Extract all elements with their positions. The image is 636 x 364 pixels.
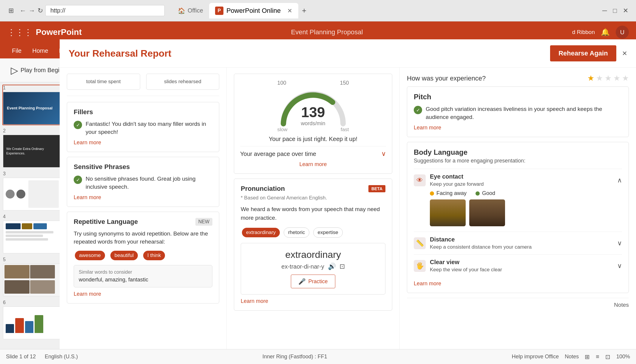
green-dot (476, 191, 480, 196)
distance-title: Distance (430, 236, 532, 243)
slide-img-4 (3, 221, 61, 253)
sensitive-check-row: ✓ No sensitive phrases found. Great job … (74, 175, 212, 191)
rehearse-again-btn[interactable]: Rehearse Again (550, 45, 616, 61)
app-menu-icon[interactable]: ⋮⋮⋮ (7, 27, 32, 37)
caption-icon[interactable]: ⊡ (339, 263, 345, 270)
left-column: total time spent slides rehearsed Filler… (60, 68, 227, 349)
eye-contact-chevron[interactable]: ∧ (617, 176, 622, 184)
practice-btn[interactable]: 🎤 Practice (291, 275, 335, 288)
pron-word-rhetoric[interactable]: rhetoric (284, 227, 310, 238)
ribbon-toggle[interactable]: d Ribbon (572, 29, 595, 35)
pitch-learn-more[interactable]: Learn more (414, 125, 622, 131)
browser-refresh[interactable]: ↻ (38, 7, 43, 15)
browser-forward[interactable]: → (29, 7, 35, 15)
slides-rehearsed-label: slides rehearsed (152, 79, 213, 85)
good-photo (469, 199, 505, 226)
clear-view-chevron[interactable]: ∨ (617, 262, 622, 270)
fillers-learn-more[interactable]: Learn more (74, 140, 212, 146)
pron-header: Pronunciation BETA (241, 185, 385, 193)
repetitive-learn-more[interactable]: Learn more (74, 291, 212, 297)
distance-item: 📏 Distance Keep a consistent distance fr… (414, 232, 622, 254)
distance-header[interactable]: 📏 Distance Keep a consistent distance fr… (414, 236, 622, 250)
pron-word-extraordinary[interactable]: extraordinary (242, 228, 280, 237)
tab-label: PowerPoint Online (226, 7, 281, 15)
similar-words: wonderful, amazing, fantastic (79, 277, 207, 283)
star-4[interactable]: ★ (613, 74, 620, 83)
slides-rehearsed-box: slides rehearsed (146, 74, 220, 90)
user-avatar[interactable]: U (616, 26, 629, 39)
similar-label: Similar words to consider (79, 269, 207, 275)
slide-thumb-3[interactable]: 3 (2, 171, 63, 211)
facing-away-text: Facing away (436, 190, 467, 196)
notes-view-icon[interactable]: ⊡ (605, 353, 610, 360)
star-3[interactable]: ★ (605, 74, 612, 83)
clear-view-header[interactable]: 🖐 Clear view Keep the view of your face … (414, 259, 622, 273)
address-bar[interactable]: http:// (45, 5, 165, 16)
modal-close-btn[interactable]: × (622, 49, 627, 58)
menu-home[interactable]: Home (27, 46, 53, 56)
notification-icon[interactable]: 🔔 (601, 28, 610, 36)
star-rating[interactable]: ★ ★ ★ ★ ★ (587, 74, 629, 83)
repetitive-card: Repetitive Language NEW Try using synony… (67, 212, 219, 303)
sensitive-learn-more[interactable]: Learn more (74, 194, 212, 201)
slide-panel: 1 Event Planning Proposal 2 We Create Ex… (0, 82, 66, 364)
notes-btn[interactable]: Notes (565, 354, 579, 360)
browser-back[interactable]: ← (20, 7, 26, 15)
pron-tags-row: extraordinary rhetoric expertise (241, 226, 385, 239)
outline-view-icon[interactable]: ≡ (596, 353, 599, 360)
minimize-btn[interactable]: ─ (602, 7, 607, 15)
notes-tab-label[interactable]: Notes (614, 302, 629, 308)
rehearsal-modal: Your Rehearsal Report Rehearse Again × t… (60, 39, 636, 349)
slide-view-icon[interactable]: ⊞ (585, 353, 590, 360)
eye-contact-header[interactable]: 👁 Eye contact Keep your gaze forward ∧ (414, 173, 622, 187)
slide-num-6: 6 (3, 300, 62, 305)
slide-thumb-1[interactable]: 1 Event Planning Proposal (2, 85, 63, 125)
pron-word-expertise[interactable]: expertise (313, 227, 343, 238)
menu-file[interactable]: File (7, 46, 26, 56)
file-name: Event Planning Proposal (291, 28, 363, 36)
slide-thumb-4[interactable]: 4 (2, 213, 63, 254)
bottom-tabs: Notes (407, 298, 629, 308)
fillers-message: Fantastic! You didn't say too many fille… (86, 120, 212, 136)
powerpoint-tab[interactable]: P PowerPoint Online ✕ (209, 3, 298, 18)
slide-thumb-6[interactable]: 6 (2, 299, 63, 340)
star-2[interactable]: ★ (596, 74, 603, 83)
right-column: How was your experience? ★ ★ ★ ★ ★ Pitch… (400, 68, 636, 349)
sound-icon[interactable]: 🔊 (328, 263, 336, 270)
word-tag-beautiful[interactable]: beautiful (110, 251, 138, 260)
pace-learn-more[interactable]: Learn more (240, 161, 386, 168)
sensitive-message: No sensitive phrases found. Great job us… (86, 175, 212, 191)
browser-icon: ⊞ (8, 7, 14, 15)
tab-close-btn[interactable]: ✕ (287, 7, 292, 14)
maximize-btn[interactable]: □ (613, 7, 617, 15)
window-close-btn[interactable]: ✕ (623, 7, 628, 15)
slide-num-5: 5 (3, 257, 62, 262)
pitch-message: Good pitch variation increases livelines… (426, 105, 622, 121)
slide-thumb-5[interactable]: 5 (2, 256, 63, 297)
modal-header: Your Rehearsal Report Rehearse Again × (60, 39, 636, 68)
new-tab-btn[interactable]: + (302, 6, 306, 15)
body-language-learn-more[interactable]: Learn more (414, 281, 622, 287)
new-badge: NEW (195, 218, 212, 226)
eye-contact-info: Eye contact Keep your gaze forward (430, 173, 484, 187)
pron-learn-more[interactable]: Learn more (241, 298, 385, 304)
help-improve[interactable]: Help improve Office (512, 354, 559, 360)
practice-label: Practice (308, 278, 328, 285)
pronunciation-card: Pronunciation BETA * Based on General Am… (234, 179, 392, 311)
similar-box: Similar words to consider wonderful, ama… (74, 265, 212, 287)
office-tab-label[interactable]: Office (188, 7, 203, 14)
word-tag-ithink[interactable]: I think (143, 251, 165, 260)
distance-chevron[interactable]: ∨ (617, 239, 622, 247)
word-tag-awesome[interactable]: awesome (75, 251, 105, 260)
pace-chevron-icon: ∨ (381, 150, 386, 158)
slide-num-3: 3 (3, 171, 62, 176)
slide-thumb-2[interactable]: 2 We Create Extra Ordinary Experiences. (2, 128, 63, 168)
clear-view-info: Clear view Keep the view of your face cl… (430, 259, 502, 273)
pace-over-time[interactable]: Your average pace over time ∨ (240, 146, 386, 158)
slide-info: Slide 1 of 12 (6, 354, 36, 360)
eye-photos (430, 199, 622, 226)
star-1[interactable]: ★ (587, 74, 594, 83)
photo-box-4 (30, 280, 55, 294)
gauge-fast: fast (341, 127, 349, 133)
star-5[interactable]: ★ (622, 74, 629, 83)
